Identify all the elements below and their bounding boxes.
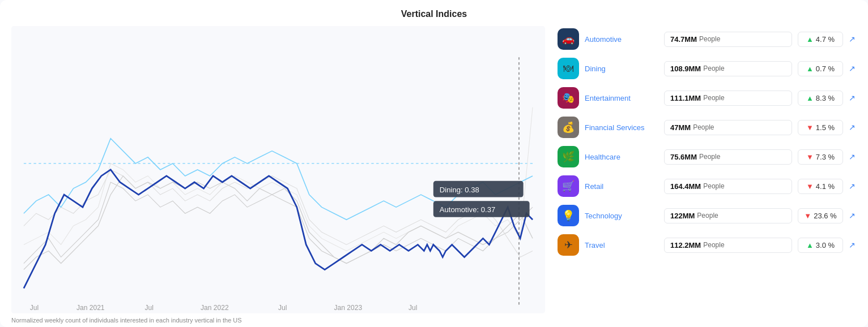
arrow-down-icon: ▼ [804,212,811,220]
arrow-up-icon: ▲ [806,64,814,73]
sidebar-row: 🌿 Healthcare 75.6MM People ▼ 7.3 % ↗ [556,144,857,170]
industry-link-healthcare[interactable]: Healthcare [585,153,658,161]
svg-text:Jul: Jul [145,304,154,312]
chart-svg: Dining: 0.38 Automotive: 0.37 Jul Jan 20… [11,26,545,313]
sidebar: 🚗 Automotive 74.7MM People ▲ 4.7 % ↗ 🍽 D… [556,26,857,324]
change-value: 23.6 % [814,212,836,220]
industry-icon-technology: 💡 [558,205,579,226]
industry-link-automotive[interactable]: Automotive [585,35,658,44]
industry-link-dining[interactable]: Dining [585,64,658,73]
industry-icon-dining: 🍽 [558,58,579,79]
metric-people: People [699,35,720,43]
external-link-icon[interactable]: ↗ [849,64,856,73]
change-value: 1.5 % [816,123,835,132]
main-container: Vertical Indices [0,0,868,327]
metric-people: People [703,94,724,102]
metric-box: 122MM People [664,208,792,223]
industry-link-retail[interactable]: Retail [585,182,658,191]
tooltip-dining: Dining: 0.38 [433,181,524,197]
arrow-up-icon: ▲ [806,35,814,44]
industry-icon-automotive: 🚗 [558,28,579,50]
external-link-icon[interactable]: ↗ [849,240,856,249]
metric-box: 75.6MM People [664,149,792,165]
svg-text:Jan 2021: Jan 2021 [76,304,105,312]
industry-link-entertainment[interactable]: Entertainment [585,94,658,102]
change-box: ▲ 4.7 % [798,32,843,47]
page-title: Vertical Indices [11,9,857,19]
metric-people: People [699,153,720,161]
sidebar-row: 🚗 Automotive 74.7MM People ▲ 4.7 % ↗ [556,26,857,52]
external-link-icon[interactable]: ↗ [849,35,856,44]
sidebar-row: 🎭 Entertainment 111.1MM People ▲ 8.3 % ↗ [556,85,857,111]
change-box: ▼ 23.6 % [798,208,843,223]
metric-box: 47MM People [664,120,792,135]
change-value: 4.7 % [816,35,835,44]
change-box: ▼ 1.5 % [798,120,843,135]
metric-box: 112.2MM People [664,238,792,253]
sidebar-row: 💰 Financial Services 47MM People ▼ 1.5 %… [556,114,857,140]
external-link-icon[interactable]: ↗ [849,211,856,220]
metric-value: 122MM [670,212,695,220]
sidebar-row: 💡 Technology 122MM People ▼ 23.6 % ↗ [556,203,857,229]
chart-footnote: Normalized weekly count of individuals i… [11,317,545,324]
industry-icon-financial-services: 💰 [558,117,579,138]
svg-text:Jul: Jul [30,304,39,312]
external-link-icon[interactable]: ↗ [849,182,856,191]
metric-people: People [697,212,718,220]
svg-text:Jul: Jul [409,304,417,312]
main-content: Dining: 0.38 Automotive: 0.37 Jul Jan 20… [11,26,857,324]
change-value: 3.0 % [816,241,835,249]
metric-value: 108.9MM [670,64,701,73]
industry-link-technology[interactable]: Technology [585,212,658,220]
tooltip-automotive: Automotive: 0.37 [433,201,530,217]
metric-people: People [703,64,724,72]
change-box: ▲ 3.0 % [798,238,843,253]
metric-people: People [703,241,724,249]
arrow-down-icon: ▼ [806,123,814,132]
external-link-icon[interactable]: ↗ [849,123,856,132]
change-box: ▲ 8.3 % [798,91,843,106]
industry-icon-travel: ✈ [558,234,579,256]
chart-wrapper: Dining: 0.38 Automotive: 0.37 Jul Jan 20… [11,26,545,313]
change-value: 4.1 % [816,182,835,191]
industry-link-travel[interactable]: Travel [585,241,658,249]
svg-rect-0 [11,26,545,313]
metric-box: 74.7MM People [664,32,792,47]
svg-text:Jul: Jul [278,304,287,312]
svg-text:Jan 2022: Jan 2022 [201,304,229,312]
arrow-down-icon: ▼ [806,153,814,161]
sidebar-row: ✈ Travel 112.2MM People ▲ 3.0 % ↗ [556,232,857,258]
arrow-up-icon: ▲ [806,94,814,102]
external-link-icon[interactable]: ↗ [849,152,856,161]
metric-value: 112.2MM [670,241,701,249]
industry-icon-retail: 🛒 [558,175,579,197]
industry-link-financial-services[interactable]: Financial Services [585,123,658,132]
arrow-down-icon: ▼ [806,182,814,191]
sidebar-row: 🛒 Retail 164.4MM People ▼ 4.1 % ↗ [556,173,857,199]
industry-icon-healthcare: 🌿 [558,146,579,167]
svg-text:Jan 2023: Jan 2023 [334,304,363,312]
tooltip-automotive-label: Automotive: 0.37 [440,205,496,214]
industry-icon-entertainment: 🎭 [558,87,579,109]
metric-box: 111.1MM People [664,91,792,106]
external-link-icon[interactable]: ↗ [849,93,856,102]
metric-value: 75.6MM [670,153,697,161]
metric-value: 111.1MM [670,94,701,102]
change-value: 7.3 % [816,153,835,161]
arrow-up-icon: ▲ [806,241,814,249]
change-box: ▲ 0.7 % [798,61,843,76]
change-box: ▼ 7.3 % [798,149,843,165]
sidebar-row: 🍽 Dining 108.9MM People ▲ 0.7 % ↗ [556,55,857,81]
metric-people: People [693,123,714,131]
change-value: 8.3 % [816,94,835,102]
change-box: ▼ 4.1 % [798,179,843,194]
metric-box: 108.9MM People [664,61,792,76]
chart-area: Dining: 0.38 Automotive: 0.37 Jul Jan 20… [11,26,545,324]
metric-people: People [703,182,724,190]
tooltip-dining-label: Dining: 0.38 [440,186,479,194]
change-value: 0.7 % [816,64,835,73]
metric-value: 74.7MM [670,35,697,44]
metric-value: 164.4MM [670,182,701,191]
metric-value: 47MM [670,123,691,132]
metric-box: 164.4MM People [664,179,792,194]
